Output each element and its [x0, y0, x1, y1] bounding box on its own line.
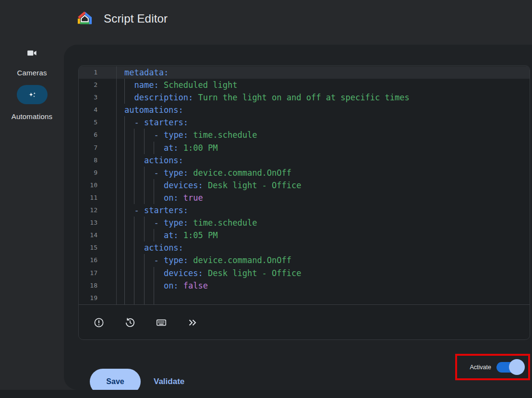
sidebar-item-label: Cameras — [17, 69, 47, 77]
indent-guide — [124, 254, 125, 266]
code-line[interactable]: 16 - type: device.command.OnOff — [79, 254, 530, 266]
line-number: 8 — [79, 154, 117, 167]
indent-guide — [124, 179, 125, 192]
line-number: 18 — [79, 279, 117, 292]
problems-button[interactable] — [93, 317, 105, 328]
indent-guide — [134, 229, 134, 241]
annotation-highlight-box: Activate — [455, 354, 530, 380]
indent-guide — [154, 142, 154, 154]
code-line[interactable]: 4automations: — [79, 104, 530, 116]
code-text: - starters: — [117, 204, 530, 217]
line-number: 19 — [79, 292, 117, 304]
indent-guide — [154, 179, 154, 192]
code-line[interactable]: 14 at: 1:05 PM — [79, 229, 530, 241]
editor-toolbar — [79, 304, 530, 340]
code-text: - type: device.command.OnOff — [117, 254, 530, 266]
indent-guide — [144, 192, 145, 204]
main-panel: 1metadata:2 name: Scheduled light3 descr… — [64, 45, 532, 390]
indent-guide — [124, 142, 125, 154]
code-line[interactable]: 12 - starters: — [79, 204, 530, 217]
code-text: name: Scheduled light — [117, 79, 530, 91]
history-button[interactable] — [124, 317, 136, 328]
indent-guide — [124, 267, 125, 279]
sidebar-item-cameras[interactable]: Cameras — [0, 45, 64, 77]
code-lines: 1metadata:2 name: Scheduled light3 descr… — [79, 66, 530, 304]
code-text: actions: — [117, 154, 530, 167]
line-number: 16 — [79, 254, 117, 266]
indent-guide — [144, 217, 145, 229]
line-number: 12 — [79, 204, 117, 217]
indent-guide — [124, 241, 125, 254]
script-editor: 1metadata:2 name: Scheduled light3 descr… — [78, 65, 530, 340]
indent-guide — [144, 167, 145, 179]
sidebar-item-automations[interactable]: Automations — [0, 85, 64, 121]
code-line[interactable]: 10 devices: Desk light - Office — [79, 179, 530, 192]
code-line[interactable]: 7 at: 1:00 PM — [79, 142, 530, 154]
code-text: - type: time.schedule — [117, 129, 530, 141]
indent-guide — [154, 229, 154, 241]
line-number: 1 — [79, 66, 117, 79]
activate-toggle[interactable] — [496, 362, 521, 373]
code-text — [117, 292, 530, 304]
indent-guide — [124, 129, 125, 141]
line-number: 15 — [79, 241, 117, 254]
indent-guide — [134, 154, 134, 167]
indent-guide — [144, 142, 145, 154]
code-line[interactable]: 17 devices: Desk light - Office — [79, 267, 530, 279]
code-line[interactable]: 6 - type: time.schedule — [79, 129, 530, 141]
indent-guide — [144, 229, 145, 241]
problems-icon — [93, 317, 105, 328]
code-line[interactable]: 3 description: Turn the light on and off… — [79, 91, 530, 104]
more-tools-button[interactable] — [187, 317, 198, 328]
indent-guide — [134, 217, 134, 229]
code-line[interactable]: 18 on: false — [79, 279, 530, 292]
code-text: description: Turn the light on and off a… — [117, 91, 530, 104]
code-text: automations: — [117, 104, 530, 116]
indent-guide — [124, 116, 125, 129]
indent-guide — [134, 192, 134, 204]
indent-guide — [144, 129, 145, 141]
bottom-strip — [0, 390, 532, 398]
code-text: metadata: — [117, 66, 530, 79]
page-title: Script Editor — [104, 12, 168, 25]
selected-pill — [17, 85, 48, 104]
indent-guide — [144, 267, 145, 279]
indent-guide — [124, 79, 125, 91]
indent-guide — [124, 154, 125, 167]
code-line[interactable]: 2 name: Scheduled light — [79, 79, 530, 91]
code-text: at: 1:05 PM — [117, 229, 530, 241]
code-line[interactable]: 15 actions: — [79, 241, 530, 254]
indent-guide — [144, 179, 145, 192]
code-line[interactable]: 5 - starters: — [79, 116, 530, 129]
line-number: 11 — [79, 192, 117, 204]
code-line[interactable]: 8 actions: — [79, 154, 530, 167]
code-line[interactable]: 9 - type: device.command.OnOff — [79, 167, 530, 179]
code-line[interactable]: 13 - type: time.schedule — [79, 217, 530, 229]
code-text: actions: — [117, 241, 530, 254]
line-number: 9 — [79, 167, 117, 179]
indent-guide — [124, 91, 125, 104]
code-line[interactable]: 11 on: true — [79, 192, 530, 204]
indent-guide — [154, 267, 154, 279]
keyboard-button[interactable] — [156, 317, 167, 328]
indent-guide — [144, 254, 145, 266]
line-number: 10 — [79, 179, 117, 192]
indent-guide — [154, 279, 154, 292]
code-text: at: 1:00 PM — [117, 142, 530, 154]
google-home-logo-icon — [77, 11, 93, 26]
indent-guide — [154, 192, 154, 204]
activate-label: Activate — [470, 364, 491, 371]
code-text: devices: Desk light - Office — [117, 179, 530, 192]
indent-guide — [134, 267, 134, 279]
indent-guide — [134, 254, 134, 266]
line-number: 13 — [79, 217, 117, 229]
line-number: 3 — [79, 91, 117, 104]
code-line[interactable]: 19 — [79, 292, 530, 304]
code-text: - type: device.command.OnOff — [117, 167, 530, 179]
sidebar: Cameras Automations — [0, 45, 64, 121]
indent-guide — [124, 204, 125, 217]
history-icon — [124, 317, 136, 328]
code-line[interactable]: 1metadata: — [79, 66, 530, 79]
indent-guide — [134, 167, 134, 179]
keyboard-icon — [156, 317, 167, 328]
